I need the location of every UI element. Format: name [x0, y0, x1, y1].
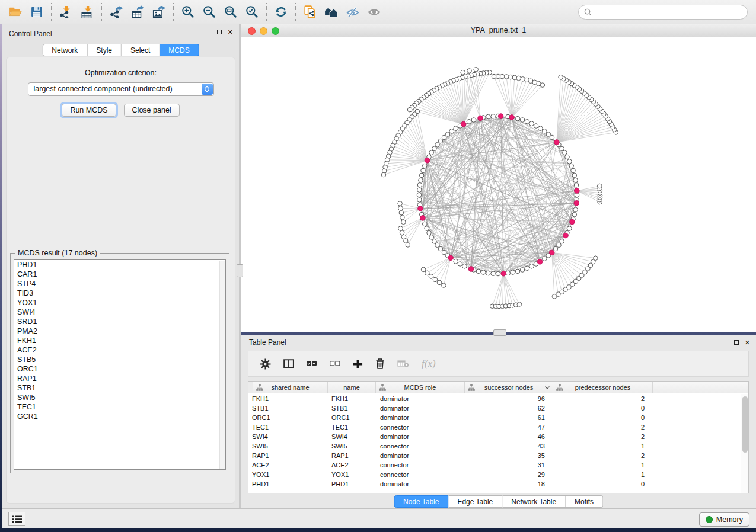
cell: 96 [465, 394, 553, 403]
memory-status-icon [706, 516, 713, 523]
column-header-shared-name[interactable]: shared name [253, 382, 328, 393]
close-panel-icon[interactable]: ✕ [228, 30, 233, 34]
delete-table-button[interactable] [397, 360, 409, 368]
open-folder-icon [9, 6, 22, 18]
tab-mcds[interactable]: MCDS [160, 44, 199, 56]
cell: 2 [553, 394, 653, 403]
mcds-result-item[interactable]: PMA2 [14, 326, 225, 336]
mcds-result-item[interactable]: ORC1 [14, 364, 225, 374]
save-session-button[interactable] [26, 2, 47, 22]
mcds-result-item[interactable]: SRD1 [14, 317, 225, 326]
vertical-splitter-grip[interactable] [237, 264, 243, 277]
mcds-list-scrollbar[interactable] [219, 261, 225, 469]
cell: 31 [465, 460, 553, 470]
horizontal-splitter-grip[interactable] [493, 329, 506, 336]
mcds-result-item[interactable]: TEC1 [14, 402, 225, 412]
tab-network-table[interactable]: Network Table [502, 495, 566, 508]
mcds-result-item[interactable]: TID3 [14, 289, 225, 298]
export-table-button[interactable] [127, 2, 148, 22]
criterion-dropdown[interactable]: largest connected component (undirected) [28, 82, 214, 96]
mcds-result-item[interactable]: ACE2 [14, 345, 225, 355]
close-panel-button[interactable]: Close panel [124, 104, 180, 117]
column-type-icon [379, 384, 386, 391]
table-row[interactable]: ORC1ORC1dominator610 [248, 413, 740, 422]
export-image-icon [152, 5, 165, 18]
cell: STB1 [328, 403, 376, 413]
zoom-selected-button[interactable] [241, 2, 263, 22]
table-row[interactable]: FKH1FKH1dominator962 [248, 394, 740, 403]
network-canvas[interactable] [241, 37, 756, 332]
network-graph[interactable] [241, 37, 756, 332]
hide-selected-button[interactable] [342, 2, 363, 22]
run-mcds-button[interactable]: Run MCDS [62, 104, 116, 117]
duplicate-network-button[interactable] [299, 2, 321, 22]
mcds-result-item[interactable]: STB1 [14, 383, 225, 393]
select-all-button[interactable] [307, 361, 317, 367]
mcds-result-item[interactable]: PHD1 [14, 260, 225, 270]
mcds-result-item[interactable]: STB5 [14, 355, 225, 364]
cell: SWI5 [248, 441, 328, 451]
table-scrollbar[interactable] [741, 394, 748, 493]
zoom-in-button[interactable] [177, 2, 199, 22]
tab-network[interactable]: Network [42, 44, 87, 56]
first-neighbors-button[interactable] [321, 2, 342, 22]
import-network-button[interactable] [55, 2, 76, 22]
search-field[interactable] [578, 5, 748, 20]
mcds-result-item[interactable]: GCR1 [14, 412, 225, 421]
deselect-all-button[interactable] [330, 361, 340, 367]
cell: RAP1 [248, 451, 328, 460]
export-network-button[interactable] [106, 2, 127, 22]
table-row[interactable]: PHD1PHD1dominator180 [248, 479, 740, 489]
mcds-result-item[interactable]: STP4 [14, 279, 225, 289]
refresh-view-button[interactable] [270, 2, 292, 22]
table-row[interactable]: ACE2ACE2connector311 [248, 460, 740, 470]
column-header-predecessor-nodes[interactable]: predecessor nodes [553, 382, 653, 393]
open-file-button[interactable] [5, 2, 26, 22]
float-panel-icon[interactable] [734, 340, 739, 345]
zoom-out-button[interactable] [199, 2, 220, 22]
cell: dominator [376, 479, 465, 489]
table-row[interactable]: RAP1RAP1dominator352 [248, 451, 740, 460]
search-input[interactable] [595, 8, 747, 17]
column-label: MCDS role [404, 384, 436, 391]
mcds-result-item[interactable]: FKH1 [14, 336, 225, 345]
add-row-button[interactable] [353, 359, 363, 369]
function-builder-button[interactable]: f(x) [422, 358, 436, 370]
mcds-result-item[interactable]: RAP1 [14, 374, 225, 383]
mcds-result-item[interactable]: YOX1 [14, 298, 225, 307]
column-header-name[interactable]: name [328, 382, 376, 393]
cell: dominator [376, 451, 465, 460]
table-row[interactable]: STB1STB1dominator620 [248, 403, 740, 413]
optimization-criterion-label: Optimization criterion: [7, 69, 235, 77]
column-header-successor-nodes[interactable]: successor nodes [465, 382, 553, 393]
column-header-MCDS-role[interactable]: MCDS role [376, 382, 465, 393]
table-row[interactable]: SWI4SWI4dominator462 [248, 432, 740, 441]
mcds-result-item[interactable]: SWI5 [14, 393, 225, 402]
float-panel-icon[interactable] [217, 30, 222, 34]
network-window-titlebar[interactable]: YPA_prune.txt_1 [241, 24, 756, 37]
show-all-button[interactable] [363, 2, 385, 22]
export-image-button[interactable] [148, 2, 170, 22]
import-table-button[interactable] [76, 2, 98, 22]
tab-select[interactable]: Select [122, 44, 160, 56]
table-row[interactable]: SWI5SWI5connector431 [248, 441, 740, 451]
table-body: FKH1FKH1dominator962STB1STB1dominator620… [248, 394, 740, 493]
table-scrollbar-thumb[interactable] [742, 396, 748, 453]
close-panel-icon[interactable]: ✕ [745, 340, 750, 345]
mcds-result-item[interactable]: SWI4 [14, 307, 225, 317]
show-panels-button[interactable] [8, 512, 25, 526]
memory-button[interactable]: Memory [699, 512, 749, 527]
cell: dominator [376, 394, 465, 403]
tab-node-table[interactable]: Node Table [394, 495, 449, 508]
table-row[interactable]: YOX1YOX1connector291 [248, 470, 740, 479]
tab-edge-table[interactable]: Edge Table [448, 495, 502, 508]
tab-motifs[interactable]: Motifs [566, 495, 603, 508]
table-row[interactable]: TEC1TEC1connector472 [248, 422, 740, 432]
zoom-fit-button[interactable] [220, 2, 241, 22]
show-columns-button[interactable] [283, 359, 294, 368]
tab-style[interactable]: Style [87, 44, 122, 56]
delete-row-button[interactable] [375, 358, 385, 369]
mcds-result-item[interactable]: CAR1 [14, 270, 225, 279]
mcds-result-list[interactable]: PHD1CAR1STP4TID3YOX1SWI4SRD1PMA2FKH1ACE2… [14, 259, 226, 470]
table-settings-button[interactable] [260, 358, 271, 370]
